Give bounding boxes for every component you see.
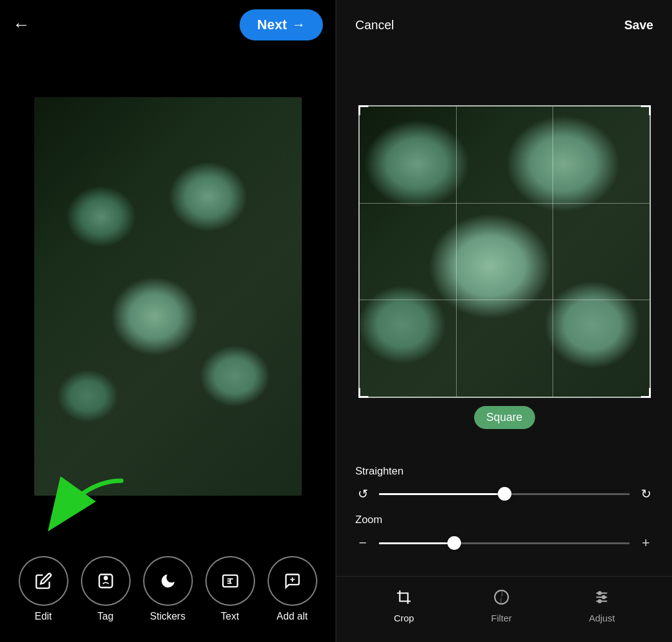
- straighten-slider-thumb[interactable]: [498, 487, 511, 501]
- stickers-icon-circle: [143, 556, 193, 606]
- corner-handle-br[interactable]: [641, 388, 651, 398]
- zoom-slider-fill: [379, 542, 454, 544]
- grid-line-h2: [360, 300, 650, 300]
- zoom-out-icon[interactable]: −: [355, 535, 370, 551]
- svg-text:T: T: [228, 577, 232, 585]
- filter-icon: [493, 589, 510, 609]
- zoom-slider-thumb[interactable]: [447, 536, 461, 550]
- stickers-icon: [159, 572, 177, 590]
- text-icon: T: [222, 572, 239, 590]
- tool-edit[interactable]: Edit: [19, 556, 68, 622]
- add-alt-label: Add alt: [277, 611, 308, 622]
- left-header: ← Next →: [0, 0, 335, 50]
- tag-icon: [97, 572, 114, 590]
- next-button[interactable]: Next →: [240, 9, 323, 40]
- stickers-label: Stickers: [150, 611, 185, 622]
- edit-icon: [35, 572, 52, 590]
- left-image: [34, 97, 302, 496]
- crop-grid-overlay[interactable]: [358, 105, 651, 398]
- zoom-slider-row: − +: [355, 535, 653, 551]
- svg-point-10: [602, 596, 605, 598]
- straighten-slider-fill: [379, 493, 505, 495]
- green-arrow-svg: [34, 474, 134, 543]
- right-panel: Cancel Save Square Straighten ↺: [337, 0, 672, 642]
- zoom-in-icon[interactable]: +: [638, 535, 653, 551]
- grid-line-v1: [456, 106, 457, 397]
- right-header: Cancel Save: [337, 0, 672, 50]
- adjust-icon: [594, 589, 610, 609]
- filter-svg: [493, 589, 510, 605]
- straighten-label: Straighten: [355, 465, 653, 478]
- text-label: Text: [221, 611, 239, 622]
- svg-point-2: [104, 577, 107, 580]
- next-label: Next: [257, 17, 287, 33]
- nav-filter[interactable]: Filter: [491, 589, 511, 623]
- cancel-button[interactable]: Cancel: [355, 18, 394, 32]
- save-button[interactable]: Save: [624, 18, 653, 32]
- edit-label: Edit: [35, 611, 52, 622]
- back-button[interactable]: ←: [12, 15, 30, 35]
- adjust-svg: [594, 589, 610, 605]
- next-arrow-icon: →: [292, 17, 306, 33]
- rotate-right-icon[interactable]: ↻: [638, 486, 653, 501]
- svg-point-9: [599, 592, 601, 594]
- crop-icon: [396, 589, 412, 609]
- add-alt-icon: [284, 572, 301, 590]
- left-panel: ← Next → Edi: [0, 0, 335, 642]
- zoom-control: Zoom − +: [355, 514, 653, 551]
- crop-svg: [396, 589, 412, 605]
- nav-adjust[interactable]: Adjust: [589, 589, 615, 623]
- straighten-control: Straighten ↺ ↻: [355, 465, 653, 501]
- corner-handle-tl[interactable]: [358, 105, 368, 115]
- bottom-nav: Crop Filter Ad: [337, 576, 672, 642]
- tool-stickers[interactable]: Stickers: [143, 556, 193, 622]
- bottom-toolbar: Edit Tag Stickers: [0, 542, 335, 642]
- arrow-annotation: [34, 474, 134, 545]
- grid-line-h1: [360, 203, 650, 204]
- nav-crop[interactable]: Crop: [394, 589, 414, 623]
- adjust-nav-label: Adjust: [589, 613, 615, 623]
- crop-nav-label: Crop: [394, 613, 414, 623]
- edit-icon-circle: [19, 556, 68, 606]
- zoom-label: Zoom: [355, 514, 653, 526]
- crop-image-area: Square: [337, 50, 672, 453]
- corner-handle-bl[interactable]: [358, 388, 368, 398]
- left-image-container: [0, 50, 335, 542]
- crop-image-wrapper: Square: [358, 105, 651, 398]
- straighten-slider-row: ↺ ↻: [355, 486, 653, 501]
- tool-add-alt[interactable]: Add alt: [268, 556, 317, 622]
- corner-handle-tr[interactable]: [641, 105, 651, 115]
- square-badge[interactable]: Square: [474, 406, 534, 429]
- straighten-slider-track[interactable]: [379, 493, 630, 495]
- succulent-background: [34, 97, 302, 496]
- svg-point-11: [599, 600, 601, 602]
- tag-label: Tag: [98, 611, 114, 622]
- add-alt-icon-circle: [268, 556, 317, 606]
- controls-area: Straighten ↺ ↻ Zoom − +: [337, 453, 672, 570]
- tool-text[interactable]: T Text: [205, 556, 255, 622]
- rotate-left-icon[interactable]: ↺: [355, 486, 370, 501]
- tag-icon-circle: [81, 556, 131, 606]
- grid-line-v2: [553, 106, 553, 397]
- text-icon-circle: T: [205, 556, 255, 606]
- zoom-slider-track[interactable]: [379, 542, 630, 544]
- tool-tag[interactable]: Tag: [81, 556, 131, 622]
- filter-nav-label: Filter: [491, 613, 511, 623]
